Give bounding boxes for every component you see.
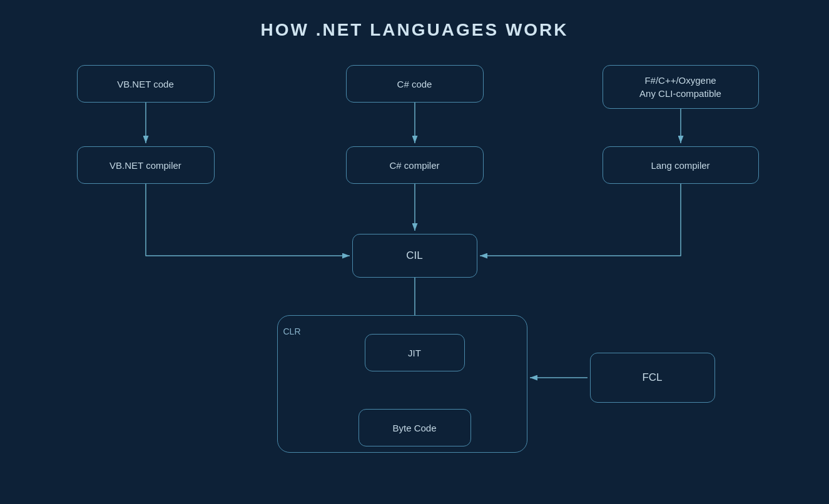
fcl-box: FCL: [590, 353, 715, 403]
csharp-code-box: C# code: [346, 65, 484, 103]
other-code-label: F#/C++/Oxygene Any CLI-compatible: [639, 74, 721, 100]
cil-label: CIL: [406, 249, 422, 262]
vbnet-compiler-box: VB.NET compiler: [77, 146, 215, 184]
csharp-compiler-label: C# compiler: [389, 160, 439, 171]
fcl-label: FCL: [642, 371, 662, 384]
csharp-code-label: C# code: [397, 79, 432, 89]
bytecode-label: Byte Code: [392, 423, 436, 433]
jit-label: JIT: [408, 348, 421, 358]
other-code-box: F#/C++/Oxygene Any CLI-compatible: [603, 65, 759, 109]
lang-compiler-box: Lang compiler: [603, 146, 759, 184]
diagram-container: HOW .NET LANGUAGES WORK: [0, 0, 829, 504]
csharp-compiler-box: C# compiler: [346, 146, 484, 184]
lang-compiler-label: Lang compiler: [651, 160, 709, 171]
page-title: HOW .NET LANGUAGES WORK: [260, 20, 568, 40]
flow-area: VB.NET code C# code F#/C++/Oxygene Any C…: [39, 65, 790, 490]
other-code-line2: Any CLI-compatible: [639, 88, 721, 99]
clr-label: CLR: [283, 326, 301, 336]
vbnet-code-box: VB.NET code: [77, 65, 215, 103]
vbnet-code-label: VB.NET code: [117, 79, 174, 89]
jit-box: JIT: [365, 334, 465, 371]
cil-box: CIL: [352, 234, 477, 278]
vbnet-compiler-label: VB.NET compiler: [109, 160, 181, 171]
bytecode-box: Byte Code: [359, 409, 471, 446]
other-code-line1: F#/C++/Oxygene: [644, 75, 716, 86]
